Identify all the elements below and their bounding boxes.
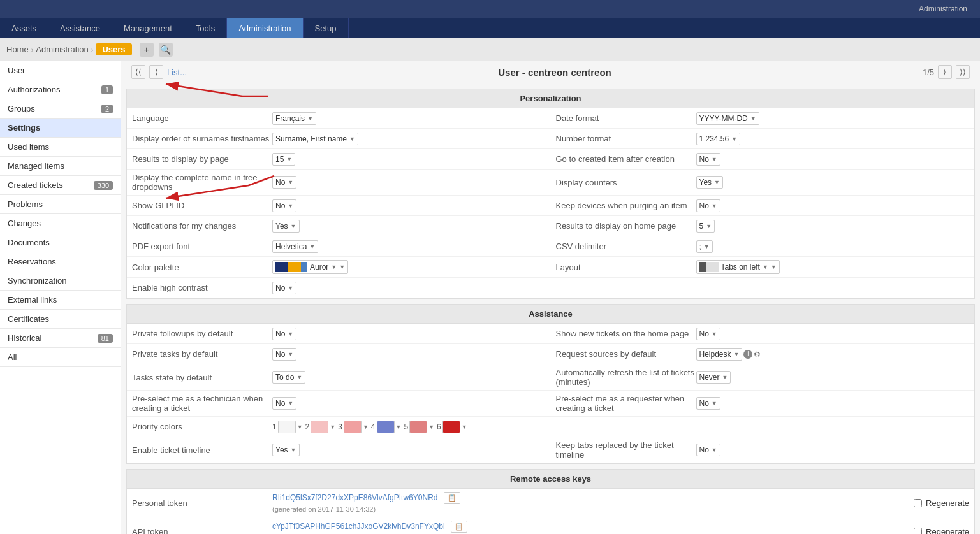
priority-colors-control: 1▼2▼3▼4▼5▼6▼	[272, 421, 546, 433]
assist-row-right-2: Automatically refresh the list of ticket…	[551, 364, 975, 391]
nav-assistance[interactable]: Assistance	[48, 18, 112, 38]
assist-row-left-2: Tasks state by defaultTo do	[127, 364, 551, 391]
form-control: Surname, First name	[272, 133, 546, 145]
sidebar-item-settings[interactable]: Settings	[0, 119, 121, 138]
top-nav: Administration	[0, 0, 980, 18]
sidebar-label: External links	[8, 295, 57, 305]
record-counter: 1/5	[923, 68, 934, 77]
form-control: No	[272, 199, 546, 212]
form-label: Go to created item after creation	[556, 154, 696, 164]
nav-next[interactable]: ⟩	[938, 65, 952, 79]
sidebar-item-groups[interactable]: Groups2	[0, 99, 121, 119]
nav-management[interactable]: Management	[112, 18, 184, 38]
form-row-left-0: LanguageFrançais	[127, 108, 551, 129]
main-nav: Assets Assistance Management Tools Admin…	[0, 18, 980, 38]
priority-item-4: 4▼	[371, 421, 402, 433]
sidebar-item-changes[interactable]: Changes	[0, 214, 121, 233]
form-label: Show GLPI ID	[132, 201, 272, 210]
nav-last[interactable]: ⟩⟩	[956, 65, 970, 79]
sidebar-item-used-items[interactable]: Used items	[0, 138, 121, 157]
form-label: Display order of surnames firstnames	[132, 134, 272, 143]
form-label: Pre-select me as a requester when creati…	[556, 394, 696, 413]
form-control: ;	[696, 240, 970, 253]
form-control: 1 234.56	[696, 133, 970, 145]
regenerate-checkbox-0[interactable]	[914, 499, 922, 507]
assist-row-right-0: Show new tickets on the home pageNo	[551, 324, 975, 344]
regenerate-checkbox-1[interactable]	[914, 528, 922, 535]
nav-prev[interactable]: ⟨	[149, 65, 163, 79]
nav-setup[interactable]: Setup	[304, 18, 349, 38]
sidebar-badge: 330	[94, 181, 113, 190]
sidebar-item-user[interactable]: User	[0, 61, 121, 80]
assist-row-left-3: Pre-select me as a technician when creat…	[127, 391, 551, 417]
assist-row-left-5: Enable ticket timelineYes	[127, 437, 551, 463]
top-nav-administration[interactable]: Administration	[912, 4, 974, 13]
sidebar-item-all[interactable]: All	[0, 348, 121, 367]
token-value-wrap-0: RIi1dQ5lSx7f2D27dxXPpE86VlvAfgPItw6Y0NRd…	[272, 492, 914, 514]
assist-row-right-4	[551, 417, 975, 437]
breadcrumb-home[interactable]: Home	[6, 45, 29, 54]
form-control: Helvetica	[272, 240, 546, 253]
copy-token-btn-1[interactable]: 📋	[451, 521, 467, 533]
regenerate-wrap-0: Regenerate	[914, 498, 969, 508]
form-label: Language	[132, 113, 272, 123]
form-label: Private tasks by default	[132, 349, 272, 359]
form-label: Private followups by default	[132, 329, 272, 338]
sidebar-item-managed-items[interactable]: Managed items	[0, 157, 121, 176]
form-control: Yes	[272, 444, 546, 456]
list-link[interactable]: List...	[167, 68, 187, 77]
sidebar-label: Used items	[8, 142, 49, 152]
search-button[interactable]: 🔍	[159, 43, 173, 57]
form-control: No	[696, 328, 970, 340]
nav-assets[interactable]: Assets	[0, 18, 48, 38]
form-label: Results to display by page	[132, 154, 272, 164]
gear-icon[interactable]: ⚙	[754, 350, 761, 359]
nav-first[interactable]: ⟨⟨	[131, 65, 145, 79]
copy-token-btn-0[interactable]: 📋	[444, 492, 460, 504]
sidebar-label: Authorizations	[8, 85, 60, 94]
form-label: Date format	[556, 113, 696, 123]
priority-item-6: 6▼	[437, 421, 467, 433]
breadcrumb-administration[interactable]: Administration	[36, 45, 88, 54]
sidebar-item-authorizations[interactable]: Authorizations1	[0, 80, 121, 99]
sidebar-label: User	[8, 66, 25, 75]
token-row-0: Personal token RIi1dQ5lSx7f2D27dxXPpE86V…	[127, 489, 974, 517]
info-icon[interactable]: i	[743, 350, 752, 359]
sidebar-badge: 81	[98, 334, 113, 343]
app-body: UserAuthorizations1Groups2SettingsUsed i…	[0, 61, 980, 534]
form-control: Yes	[696, 176, 970, 189]
token-value-wrap-1: cYpJTf0SAPHhGP561chJJxoGV2kivhDv3nFYxQbl…	[272, 521, 914, 534]
breadcrumb-sep-2: ›	[91, 46, 94, 54]
form-control: Yes	[272, 220, 546, 233]
form-label: Layout	[556, 263, 696, 272]
personalization-section: Personalization LanguageFrançaisDate for…	[126, 89, 975, 299]
sidebar-item-problems[interactable]: Problems	[0, 195, 121, 214]
form-control: Français	[272, 112, 546, 125]
form-row-right-6: CSV delimiter;	[551, 236, 975, 257]
sidebar-item-historical[interactable]: Historical81	[0, 329, 121, 348]
sidebar-item-certificates[interactable]: Certificates	[0, 310, 121, 329]
regenerate-wrap-1: Regenerate	[914, 527, 969, 535]
sidebar-item-created-tickets[interactable]: Created tickets330	[0, 176, 121, 195]
form-row-right-3: Display countersYes	[551, 170, 975, 196]
form-control: Helpdeski⚙	[696, 348, 970, 361]
form-label: Tasks state by default	[132, 373, 272, 382]
breadcrumb-users[interactable]: Users	[96, 43, 131, 55]
sidebar-item-external-links[interactable]: External links	[0, 291, 121, 310]
form-control: No	[272, 282, 546, 294]
nav-tools[interactable]: Tools	[184, 18, 227, 38]
assist-row-left-0: Private followups by defaultNo	[127, 324, 551, 344]
form-row-right-5: Results to display on home page5	[551, 216, 975, 236]
nav-administration[interactable]: Administration	[227, 18, 303, 38]
form-label: Color palette	[132, 263, 272, 272]
add-button[interactable]: +	[140, 43, 154, 57]
sidebar-item-synchronization[interactable]: Synchronization	[0, 271, 121, 291]
form-label: Display the complete name in tree dropdo…	[132, 173, 272, 192]
assistance-grid: Private followups by defaultNoShow new t…	[127, 324, 974, 463]
assistance-section: Assistance Private followups by defaultN…	[126, 304, 975, 464]
sidebar-item-reservations[interactable]: Reservations	[0, 252, 121, 271]
breadcrumb: Home › Administration › Users + 🔍	[0, 38, 980, 61]
form-control: 5	[696, 220, 970, 233]
sidebar-item-documents[interactable]: Documents	[0, 233, 121, 252]
remote-access-body: Personal token RIi1dQ5lSx7f2D27dxXPpE86V…	[127, 489, 974, 534]
